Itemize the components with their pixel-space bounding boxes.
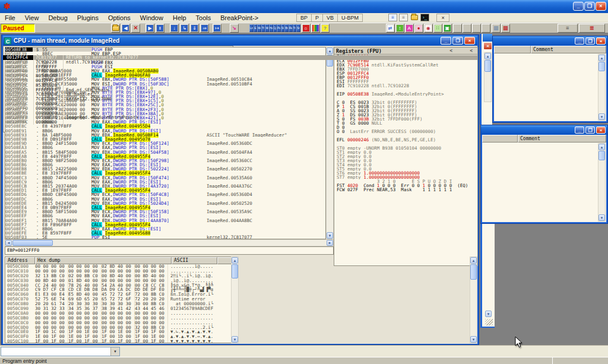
comment-column-header[interactable]: Comment bbox=[531, 46, 606, 53]
updown-icon[interactable]: ↕ bbox=[395, 24, 404, 33]
step-into-icon[interactable]: ↓ bbox=[170, 24, 179, 33]
dump-row[interactable]: 0050C1001F 00 1F 001F 00 1F 001F 00 1F 0… bbox=[5, 339, 232, 343]
disasm-row[interactable]: 00508EB0.8B0D 98F25000MOV ECX,DWORD PTR … bbox=[5, 159, 325, 163]
page-red-icon[interactable]: ▤ bbox=[501, 24, 510, 33]
pane-button-st[interactable]: St bbox=[281, 24, 285, 32]
register-line[interactable]: O 0 LastErr ERROR_SUCCESS (00000000) bbox=[334, 129, 477, 134]
blank-button[interactable] bbox=[453, 24, 462, 33]
trace-icon[interactable]: ◉ bbox=[424, 24, 433, 33]
disasm-row[interactable]: 00508EC3.8B0D 74F45000MOV ECX,DWORD PTR … bbox=[5, 176, 325, 180]
breakpoint-icon[interactable]: ● bbox=[414, 24, 423, 33]
hits-icon[interactable]: ∷ bbox=[433, 24, 442, 33]
fragment-vscrollbar[interactable]: ▲ bbox=[484, 52, 492, 102]
pane-button-tr[interactable]: Tr bbox=[293, 24, 297, 32]
page-icon[interactable]: ▤ bbox=[492, 24, 501, 33]
disasm-row[interactable]: 00508EE9.8B0D 58F15000MOV ECX,DWORD PTR … bbox=[5, 210, 325, 214]
scroll-thumb[interactable] bbox=[598, 151, 605, 160]
list-red-icon[interactable]: ≣ bbox=[579, 24, 605, 33]
menu-item-tools[interactable]: Tools bbox=[191, 14, 216, 21]
scroll-thumb[interactable] bbox=[232, 264, 238, 278]
cpu-minimize-button[interactable]: _ bbox=[441, 37, 451, 45]
comment-window-2-titlebar[interactable]: _ ❐ × bbox=[481, 125, 607, 135]
pane-button-pa[interactable]: Pa bbox=[277, 24, 281, 32]
register-line[interactable]: FST 4020 Cond 1 0 0 0 Err 0 0 1 0 0 0 0 … bbox=[334, 183, 477, 188]
scroll-up-icon[interactable]: ▲ bbox=[327, 48, 333, 54]
disasm-row[interactable]: 00508E8C.E8 4397F8FFCALL ImageRed.004955… bbox=[5, 124, 325, 128]
comment-window-2-vscrollbar[interactable]: ▲ ▼ bbox=[598, 143, 606, 221]
scroll-thumb[interactable] bbox=[470, 264, 477, 280]
minimize-button[interactable]: _ bbox=[575, 126, 584, 134]
cpu-close-button[interactable]: × bbox=[464, 37, 475, 45]
disasm-row[interactable]: 00508EF7.E8 F896F8FFCALL ImageRed.004955… bbox=[5, 223, 325, 227]
column-header[interactable] bbox=[494, 46, 531, 53]
register-line[interactable] bbox=[334, 142, 477, 146]
scroll-up-icon[interactable]: ▲ bbox=[484, 53, 491, 59]
scroll-down-icon[interactable]: ▼ bbox=[485, 311, 492, 317]
scroll-up-icon[interactable]: ▲ bbox=[470, 257, 477, 264]
resize-grip[interactable] bbox=[485, 319, 493, 325]
blank-button[interactable] bbox=[463, 24, 471, 33]
scroll-down-icon[interactable]: ▼ bbox=[327, 232, 333, 239]
disasm-row[interactable]: 00508EFE.E8 8597F8FFCALL ImageRed.004956… bbox=[5, 231, 325, 235]
pane-button-th[interactable]: Th bbox=[261, 24, 265, 32]
menu-item-debug[interactable]: Debug bbox=[43, 14, 72, 21]
goto-icon[interactable]: ↘ bbox=[230, 24, 239, 33]
maximize-button[interactable]: ❐ bbox=[585, 37, 595, 45]
cpu-maximize-button[interactable]: ❐ bbox=[452, 37, 463, 45]
registers-scroll-left-icon[interactable]: < bbox=[470, 48, 473, 53]
menu-item-options[interactable]: Options bbox=[103, 14, 135, 21]
register-line[interactable]: ST5 empty 0.0 bbox=[334, 167, 477, 171]
register-line[interactable]: ST0 empty -UNORM B938 01050104 00000000 bbox=[334, 146, 477, 150]
close-button[interactable]: × bbox=[596, 37, 606, 45]
menubar-close-button[interactable]: × bbox=[436, 14, 449, 22]
notepad-icon[interactable]: ≡ bbox=[388, 14, 397, 21]
console-icon[interactable]: ›_ bbox=[420, 14, 429, 21]
register-line[interactable]: ST6 empty 1.0000000000000000000 bbox=[334, 171, 477, 175]
menu-item-file[interactable]: File bbox=[0, 14, 20, 21]
register-line[interactable]: ST3 empty 0.0 bbox=[334, 159, 477, 163]
disassembly-hscrollbar[interactable]: ◄ ► bbox=[5, 239, 334, 246]
command-combobox[interactable]: ▼ bbox=[1, 347, 120, 356]
menu-item-view[interactable]: View bbox=[20, 14, 44, 21]
pane-button-me[interactable]: Me bbox=[257, 24, 261, 32]
scroll-thumb[interactable] bbox=[598, 62, 605, 71]
scroll-right-icon[interactable]: ► bbox=[327, 240, 333, 246]
step-over-icon[interactable]: ↳ bbox=[180, 24, 189, 33]
info-pane[interactable]: EBP=0012FFF0 bbox=[5, 246, 334, 255]
disasm-row[interactable]: 00508ED6.8B0D C8F45000MOV ECX,DWORD PTR … bbox=[5, 192, 325, 197]
help-icon[interactable]: ? bbox=[321, 24, 330, 33]
stack-pane[interactable]: 0012FFC47C817077RETURN to kernel32.7C817… bbox=[3, 46, 233, 132]
pane-button-wi[interactable]: Wi bbox=[265, 24, 269, 32]
execute-till-return-icon[interactable]: ↦ bbox=[213, 24, 221, 33]
list-icon[interactable]: ≡ bbox=[558, 24, 578, 33]
blank-button[interactable] bbox=[472, 24, 481, 33]
maximize-button[interactable]: ❐ bbox=[584, 2, 595, 11]
register-line[interactable]: FCW 027F Prec NEAR,53 Mask 1 1 1 1 1 1 bbox=[334, 188, 477, 192]
scroll-thumb[interactable] bbox=[12, 240, 53, 246]
fragment-close-icon[interactable]: × bbox=[483, 42, 492, 50]
register-line[interactable]: ST1 empty 0.0 bbox=[334, 150, 477, 154]
document-icon[interactable]: ≡ bbox=[399, 14, 408, 21]
stack-row[interactable]: 0012FFFC00000000 bbox=[3, 120, 233, 125]
comment-window-1-vscrollbar[interactable]: ▲ ▼ bbox=[598, 54, 606, 121]
pane-button-e[interactable]: E bbox=[254, 24, 258, 32]
ascii-icon[interactable]: A bbox=[405, 24, 414, 33]
folder-icon[interactable] bbox=[410, 14, 419, 21]
blank-button[interactable] bbox=[482, 24, 490, 33]
run-icon[interactable]: ▶ bbox=[145, 24, 154, 33]
pane-button-br[interactable]: Br bbox=[284, 24, 289, 32]
menubar-button-vb[interactable]: VB bbox=[322, 14, 337, 22]
window-icon[interactable]: ▣ bbox=[443, 24, 452, 33]
menu-item-help[interactable]: Help bbox=[168, 14, 191, 21]
pane-button-sr[interactable]: Sr bbox=[296, 24, 300, 32]
scroll-down-icon[interactable]: ▼ bbox=[232, 336, 238, 343]
menu-item-plugins[interactable]: Plugins bbox=[72, 14, 103, 21]
menubar-button-bp[interactable]: BP bbox=[296, 14, 311, 22]
scroll-down-icon[interactable]: ▼ bbox=[598, 214, 605, 221]
close-button[interactable]: × bbox=[596, 2, 606, 11]
menubar-button-ubpm[interactable]: U-BPM bbox=[337, 14, 363, 22]
scroll-thumb[interactable] bbox=[484, 60, 491, 72]
dump-vscrollbar[interactable]: ▲ ▼ bbox=[231, 257, 239, 343]
column-header[interactable] bbox=[482, 135, 518, 143]
appearance-icon[interactable] bbox=[311, 24, 320, 33]
